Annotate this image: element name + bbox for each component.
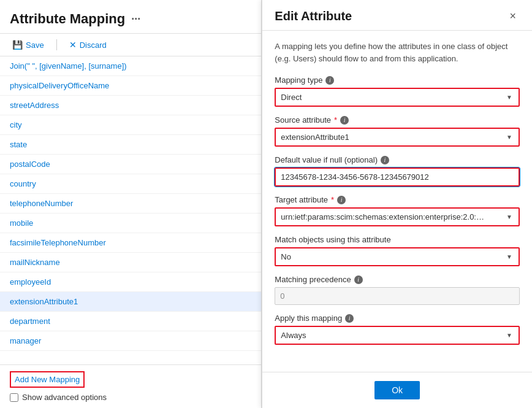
- mapping-type-info-icon[interactable]: i: [325, 76, 334, 85]
- source-attribute-chevron-icon: ▼: [506, 134, 512, 140]
- source-attribute-info-icon[interactable]: i: [340, 116, 349, 125]
- close-button[interactable]: ×: [506, 9, 520, 24]
- source-attribute-value: extensionAttribute1: [281, 133, 349, 142]
- target-attribute-group: Target attribute * i urn:ietf:params:sci…: [275, 195, 520, 226]
- edit-attribute-title: Edit Attribute: [275, 9, 352, 23]
- list-item[interactable]: department: [0, 312, 261, 331]
- apply-mapping-group: Apply this mapping i Always ▼: [275, 314, 520, 345]
- left-footer: Add New Mapping Show advanced options: [0, 364, 261, 408]
- save-icon: 💾: [12, 40, 23, 50]
- list-item[interactable]: mailNickname: [0, 253, 261, 272]
- discard-icon: ✕: [69, 40, 77, 50]
- target-attribute-chevron-icon: ▼: [506, 214, 512, 220]
- apply-mapping-value: Always: [281, 331, 306, 340]
- match-objects-chevron-icon: ▼: [506, 253, 512, 260]
- default-value-group: Default value if null (optional) i: [275, 155, 520, 187]
- target-attribute-label: Target attribute * i: [275, 195, 520, 204]
- default-value-label: Default value if null (optional) i: [275, 155, 520, 164]
- toolbar-divider: [56, 39, 57, 50]
- target-required-star: *: [331, 195, 334, 204]
- list-item[interactable]: postalCode: [0, 155, 261, 174]
- matching-precedence-info-icon[interactable]: i: [354, 275, 363, 284]
- source-attribute-label: Source attribute * i: [275, 115, 520, 125]
- mapping-type-group: Mapping type i Direct ▼: [275, 75, 520, 107]
- ok-button[interactable]: Ok: [374, 381, 420, 399]
- target-attribute-dropdown[interactable]: urn:ietf:params:scim:schemas:extension:e…: [275, 207, 520, 226]
- match-objects-select-wrapper: No ▼: [275, 247, 520, 266]
- mapping-type-select-wrapper: Direct ▼: [275, 88, 520, 107]
- list-item[interactable]: telephoneNumber: [0, 194, 261, 214]
- show-advanced-checkbox[interactable]: [10, 393, 18, 402]
- discard-button[interactable]: ✕ Discard: [67, 39, 109, 51]
- matching-precedence-group: Matching precedence i: [275, 275, 520, 305]
- apply-mapping-select-wrapper: Always ▼: [275, 326, 520, 345]
- matching-precedence-label: Matching precedence i: [275, 275, 520, 284]
- right-header: Edit Attribute ×: [262, 0, 532, 31]
- list-item[interactable]: employeeId: [0, 272, 261, 292]
- mapping-type-label: Mapping type i: [275, 75, 520, 85]
- target-attribute-value: urn:ietf:params:scim:schemas:extension:e…: [281, 212, 489, 221]
- match-objects-label: Match objects using this attribute: [275, 235, 520, 244]
- right-panel: Edit Attribute × A mapping lets you defi…: [262, 0, 532, 408]
- apply-mapping-info-icon[interactable]: i: [345, 314, 354, 323]
- mapping-type-chevron-icon: ▼: [506, 94, 512, 101]
- match-objects-value: No: [281, 252, 291, 261]
- source-attribute-dropdown[interactable]: extensionAttribute1 ▼: [275, 128, 520, 147]
- match-objects-dropdown[interactable]: No ▼: [275, 247, 520, 266]
- more-options-icon[interactable]: ···: [131, 13, 140, 26]
- source-attribute-group: Source attribute * i extensionAttribute1…: [275, 115, 520, 147]
- list-item[interactable]: streetAddress: [0, 96, 261, 115]
- discard-label: Discard: [80, 40, 107, 50]
- default-value-info-icon[interactable]: i: [381, 156, 389, 164]
- left-panel: Attribute Mapping ··· 💾 Save ✕ Discard J…: [0, 0, 262, 408]
- show-advanced-label: Show advanced options: [22, 393, 107, 402]
- list-item[interactable]: country: [0, 174, 261, 194]
- list-item[interactable]: mobile: [0, 214, 261, 233]
- right-footer: Ok: [262, 372, 532, 408]
- mapping-list: Join(" ", [givenName], [surname]) physic…: [0, 56, 261, 364]
- default-value-input[interactable]: [275, 167, 520, 187]
- list-item[interactable]: city: [0, 115, 261, 135]
- save-button[interactable]: 💾 Save: [10, 39, 47, 51]
- show-advanced-options: Show advanced options: [10, 393, 251, 402]
- source-attribute-select-wrapper: extensionAttribute1 ▼: [275, 128, 520, 147]
- apply-mapping-chevron-icon: ▼: [506, 332, 512, 339]
- list-item-active[interactable]: extensionAttribute1: [0, 292, 261, 312]
- apply-mapping-label: Apply this mapping i: [275, 314, 520, 323]
- match-objects-group: Match objects using this attribute No ▼: [275, 235, 520, 266]
- page-title: Attribute Mapping ···: [10, 11, 251, 27]
- attribute-mapping-title: Attribute Mapping: [10, 11, 125, 27]
- list-item[interactable]: state: [0, 135, 261, 155]
- description-text: A mapping lets you define how the attrib…: [275, 40, 520, 64]
- toolbar: 💾 Save ✕ Discard: [0, 34, 261, 56]
- list-item[interactable]: physicalDeliveryOfficeName: [0, 76, 261, 96]
- matching-precedence-input[interactable]: [275, 287, 520, 305]
- source-required-star: *: [334, 115, 337, 125]
- mapping-type-value: Direct: [281, 93, 302, 102]
- apply-mapping-dropdown[interactable]: Always ▼: [275, 326, 520, 345]
- list-item[interactable]: facsimileTelephoneNumber: [0, 233, 261, 253]
- list-item[interactable]: manager: [0, 331, 261, 351]
- save-label: Save: [26, 40, 44, 50]
- right-content: A mapping lets you define how the attrib…: [262, 31, 532, 372]
- list-item[interactable]: Join(" ", [givenName], [surname]): [0, 56, 261, 76]
- mapping-type-dropdown[interactable]: Direct ▼: [275, 88, 520, 107]
- target-attribute-info-icon[interactable]: i: [337, 196, 346, 204]
- add-new-mapping-button[interactable]: Add New Mapping: [10, 371, 85, 388]
- left-header: Attribute Mapping ···: [0, 0, 261, 34]
